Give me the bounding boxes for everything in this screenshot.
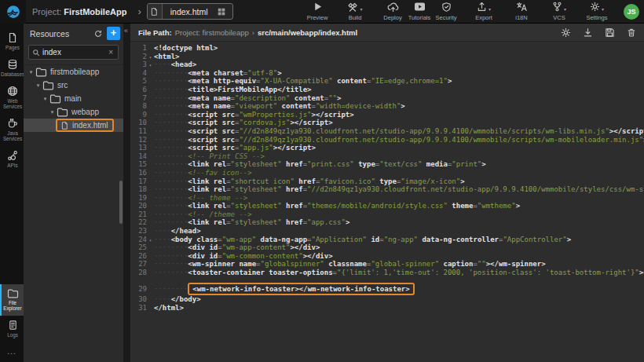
sidebar-item-logs[interactable]: Logs [0, 316, 24, 342]
user-avatar[interactable]: JS [624, 4, 639, 20]
sidebar-item-java-services[interactable]: JavaServices [0, 114, 24, 146]
code-line-26[interactable]: 26········<div id="wm-common-content"></… [130, 252, 644, 261]
play-icon [313, 2, 323, 12]
code-line-27[interactable]: 27········<wm-spinner name="globalspinne… [130, 260, 644, 269]
tree-item-label: src [57, 81, 68, 90]
folder-icon [42, 80, 54, 90]
settings-button[interactable]: ▾Settings [584, 2, 610, 21]
tutorials-button[interactable]: Tutorials [406, 2, 433, 21]
code-editor[interactable]: 1<!doctype html>2▾<html>3▾····<head>4···… [130, 42, 644, 362]
caret-down-icon: ▾ [602, 6, 604, 12]
code-line-13[interactable]: 13········<script src="app.js"></script> [130, 144, 644, 152]
code-line-31[interactable]: 31</html> [130, 304, 644, 313]
preview-button[interactable]: Preview [304, 2, 331, 21]
code-line-19[interactable]: 19········<!-- theme --> [130, 194, 644, 203]
grid-icon[interactable] [216, 7, 232, 16]
file-path-separator: › [252, 28, 254, 37]
save-icon[interactable] [605, 27, 615, 38]
code-line-21[interactable]: 21········<!-- /theme --> [130, 210, 644, 219]
code-line-28[interactable]: 28········<toaster-container toaster-opt… [130, 269, 644, 277]
file-icon [148, 4, 163, 19]
expand-caret-icon[interactable]: ▾ [27, 69, 35, 75]
caret-down-icon: ▾ [564, 6, 566, 12]
code-line-8[interactable]: 8········<meta name="viewport" content="… [130, 102, 644, 111]
panel-scrollbar[interactable] [119, 181, 123, 224]
resources-title: Resources [30, 29, 93, 38]
expand-caret-icon[interactable]: ▾ [49, 109, 56, 115]
pages-icon [7, 32, 18, 43]
file-path-label: File Path: [138, 28, 172, 37]
code-line-10[interactable]: 10········<script src="cordova.js"></scr… [130, 119, 644, 127]
export-button[interactable]: ▾Export [470, 2, 497, 21]
code-line-20[interactable]: 20········<link rel="stylesheet" href="t… [130, 202, 644, 210]
wavemaker-logo-icon [6, 5, 20, 19]
fold-arrow-icon[interactable]: ▾ [147, 53, 154, 62]
vcs-button[interactable]: ▾VCS [546, 2, 573, 21]
code-line-29[interactable]: 29········<wm-network-info-toaster></wm-… [130, 283, 644, 296]
code-line-4[interactable]: 4········<meta charset="utf-8"> [130, 69, 644, 78]
code-line-14[interactable]: 14········<!-- Print CSS --> [130, 152, 644, 161]
security-button[interactable]: Security [433, 2, 459, 21]
app-logo[interactable] [0, 0, 26, 24]
collapse-panel-icon[interactable]: « [124, 27, 128, 35]
logs-icon [8, 320, 18, 331]
folder-icon [35, 67, 47, 77]
fold-arrow-icon[interactable]: ▾ [147, 236, 154, 245]
file-tree: ▾firstmobileapp▾src▾main▾webappindex.htm… [24, 64, 123, 362]
highlight-box: <wm-network-info-toaster></wm-network-in… [188, 283, 414, 296]
code-line-17[interactable]: 17········<link rel="shortcut icon" href… [130, 177, 644, 186]
code-line-22[interactable]: 22········<link rel="stylesheet" href="a… [130, 218, 644, 227]
sidebar-item-web-services[interactable]: WebServices [0, 82, 24, 114]
caret-down-icon: ▾ [360, 6, 362, 12]
i18n-button[interactable]: i18N [508, 2, 535, 21]
apis-icon [7, 150, 18, 161]
code-line-5[interactable]: 5········<meta http-equiv="X-UA-Compatib… [130, 77, 644, 86]
code-line-25[interactable]: 25········<div id="wm-app-content"></div… [130, 243, 644, 252]
wavemaker-studio-window: Project: FirstMobileApp › index.html Pre… [0, 0, 644, 362]
code-line-24[interactable]: 24▾····<body class="wm-app" data-ng-app=… [130, 236, 644, 244]
tree-item-firstmobileapp[interactable]: ▾firstmobileapp [24, 65, 123, 79]
trash-icon[interactable] [627, 27, 636, 38]
tree-item-src[interactable]: ▾src [24, 79, 123, 92]
code-line-12[interactable]: 12········<script src="//d2n849qz1ya930.… [130, 136, 644, 144]
more-options-button[interactable]: ... [0, 342, 24, 362]
expand-caret-icon[interactable]: ▾ [42, 96, 49, 102]
code-line-2[interactable]: 2▾<html> [130, 53, 644, 61]
code-line-7[interactable]: 7········<meta name="description" conten… [130, 94, 644, 103]
refresh-icon[interactable] [93, 29, 103, 38]
add-resource-button[interactable]: + [107, 27, 120, 40]
tab-index-html[interactable]: index.html [147, 3, 233, 20]
code-line-16[interactable]: 16········<!--fav icon--> [130, 169, 644, 177]
sidebar-item-databases[interactable]: Databases [0, 55, 24, 82]
sidebar-item-apis[interactable]: APIs [0, 146, 24, 173]
code-line-23[interactable]: 23····</head> [130, 227, 644, 236]
tree-item-webapp[interactable]: ▾webapp [24, 105, 123, 119]
tree-item-label: index.html [72, 121, 108, 130]
fold-arrow-icon[interactable]: ▾ [147, 61, 154, 70]
code-line-11[interactable]: 11········<script src="//d2n849qz1ya930.… [130, 127, 644, 136]
file-actions [561, 27, 636, 38]
panel-divider[interactable]: « [123, 24, 130, 362]
search-input[interactable] [40, 48, 107, 57]
caret-down-icon: ▾ [488, 6, 491, 12]
code-line-30[interactable]: 30····</body> [130, 295, 644, 304]
deploy-button[interactable]: Deploy [379, 2, 406, 21]
expand-caret-icon[interactable]: ▾ [35, 82, 42, 89]
code-line-18[interactable]: 18········<link rel="stylesheet" href="/… [130, 185, 644, 194]
code-line-9[interactable]: 9········<script src="wmProperties.js"><… [130, 111, 644, 119]
tab-label: index.html [163, 7, 216, 16]
sidebar-item-file-explorer[interactable]: FileExplorer [0, 284, 24, 316]
gear-icon[interactable] [561, 27, 571, 38]
tree-item-index-html[interactable]: index.html [24, 119, 123, 132]
sidebar-item-pages[interactable]: Pages [0, 28, 24, 55]
code-line-1[interactable]: 1<!doctype html> [130, 44, 644, 53]
code-line-15[interactable]: 15········<link rel="stylesheet" href="p… [130, 160, 644, 169]
build-button[interactable]: ▾Build [342, 2, 368, 21]
clear-search-icon[interactable]: × [107, 48, 115, 57]
download-icon[interactable] [583, 27, 593, 38]
code-line-3[interactable]: 3▾····<head> [130, 60, 644, 69]
code-line-6[interactable]: 6········<title>FirstMobileApp</title> [130, 86, 644, 94]
toolbar-center-actions: Tutorials [406, 2, 433, 21]
top-bar: Project: FirstMobileApp › index.html Pre… [0, 0, 644, 24]
tree-item-main[interactable]: ▾main [24, 92, 123, 105]
